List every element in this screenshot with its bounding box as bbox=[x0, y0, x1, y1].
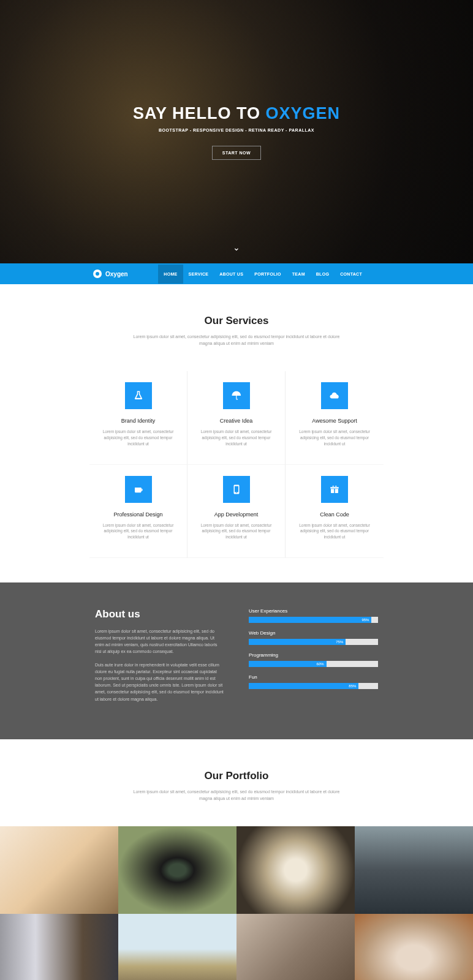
service-card: App Development Lorem ipsum dolor sit am… bbox=[187, 465, 286, 558]
about-title: About us bbox=[95, 608, 224, 620]
portfolio-item[interactable] bbox=[0, 914, 118, 980]
services-desc: Lorem ipsum dolor sit amet, consectetur … bbox=[129, 333, 344, 347]
portfolio-item[interactable] bbox=[0, 826, 118, 914]
skill-pct: 75% bbox=[336, 639, 343, 645]
service-card: Awesome Support Lorem ipsum dolor sit am… bbox=[286, 371, 384, 464]
about-skills-col: User Experiances 95% Web Design 75% Prog… bbox=[249, 608, 378, 709]
about-para: Lorem ipsum dolor sit amet, consectetur … bbox=[95, 628, 224, 655]
services-section: Our Services Lorem ipsum dolor sit amet,… bbox=[0, 284, 473, 582]
service-title: Creative Idea bbox=[220, 418, 253, 424]
service-desc: Lorem ipsum dolor sit amet, consectetur … bbox=[96, 522, 181, 540]
skill-row: Programming 60% bbox=[249, 652, 378, 667]
brand-logo[interactable]: Oxygen bbox=[93, 270, 128, 278]
service-desc: Lorem ipsum dolor sit amet, consectetur … bbox=[292, 522, 377, 540]
hero-title: SAY HELLO TO OXYGEN bbox=[133, 104, 340, 123]
nav-item-home[interactable]: HOME bbox=[158, 265, 183, 284]
service-title: Clean Code bbox=[320, 511, 349, 518]
nav-item-about[interactable]: ABOUT US bbox=[214, 265, 249, 284]
services-title: Our Services bbox=[13, 315, 460, 327]
flask-icon bbox=[125, 382, 152, 409]
hero-title-prefix: SAY HELLO TO bbox=[133, 104, 266, 123]
chevron-down-icon[interactable]: ⌄ bbox=[233, 243, 240, 252]
skill-bar: 85% bbox=[249, 683, 378, 689]
portfolio-section: Our Portfolio Lorem ipsum dolor sit amet… bbox=[0, 739, 473, 826]
skill-row: Web Design 75% bbox=[249, 630, 378, 645]
portfolio-item[interactable] bbox=[355, 826, 473, 914]
gift-icon bbox=[321, 476, 348, 503]
nav-item-blog[interactable]: BLOG bbox=[311, 265, 335, 284]
service-desc: Lorem ipsum dolor sit amet, consectetur … bbox=[292, 429, 377, 447]
skill-name: Fun bbox=[249, 674, 378, 680]
skill-bar: 75% bbox=[249, 639, 378, 645]
service-desc: Lorem ipsum dolor sit amet, consectetur … bbox=[194, 522, 279, 540]
mobile-icon bbox=[223, 476, 250, 503]
services-grid: Brand Identity Lorem ipsum dolor sit ame… bbox=[89, 371, 384, 558]
skill-pct: 60% bbox=[317, 661, 324, 667]
nav-item-contact[interactable]: CONTACT bbox=[335, 265, 368, 284]
nav-item-service[interactable]: SERVICE bbox=[183, 265, 214, 284]
logo-icon bbox=[93, 270, 102, 278]
skill-row: User Experiances 95% bbox=[249, 608, 378, 623]
about-section: About us Lorem ipsum dolor sit amet, con… bbox=[0, 582, 473, 739]
service-title: Awesome Support bbox=[312, 418, 357, 424]
portfolio-title: Our Portfolio bbox=[13, 770, 460, 782]
portfolio-item[interactable] bbox=[236, 914, 355, 980]
skill-name: User Experiances bbox=[249, 608, 378, 614]
portfolio-grid bbox=[0, 826, 473, 980]
portfolio-item[interactable] bbox=[118, 914, 236, 980]
skill-bar: 60% bbox=[249, 661, 378, 667]
skill-name: Web Design bbox=[249, 630, 378, 636]
main-nav: Oxygen HOME SERVICE ABOUT US PORTFOLIO T… bbox=[0, 263, 473, 284]
skill-name: Programming bbox=[249, 652, 378, 658]
hero-section: SAY HELLO TO OXYGEN BOOTSTRAP - RESPONSI… bbox=[0, 0, 473, 263]
skill-pct: 85% bbox=[349, 683, 356, 689]
service-title: App Development bbox=[214, 511, 259, 518]
cloud-icon bbox=[321, 382, 348, 409]
service-card: Professional Design Lorem ipsum dolor si… bbox=[89, 465, 187, 558]
skill-pct: 95% bbox=[361, 617, 369, 623]
service-title: Brand Identity bbox=[121, 418, 156, 424]
service-card: Creative Idea Lorem ipsum dolor sit amet… bbox=[187, 371, 286, 464]
nav-item-portfolio[interactable]: PORTFOLIO bbox=[249, 265, 287, 284]
skill-row: Fun 85% bbox=[249, 674, 378, 689]
about-text-col: About us Lorem ipsum dolor sit amet, con… bbox=[95, 608, 224, 709]
about-para: Duis aute irure dolor in reprehenderit i… bbox=[95, 662, 224, 703]
service-desc: Lorem ipsum dolor sit amet, consectetur … bbox=[96, 429, 181, 447]
portfolio-item[interactable] bbox=[236, 826, 355, 914]
nav-item-team[interactable]: TEAM bbox=[287, 265, 311, 284]
portfolio-desc: Lorem ipsum dolor sit amet, consectetur … bbox=[129, 788, 344, 802]
coffee-icon bbox=[125, 476, 152, 503]
brand-name: Oxygen bbox=[105, 271, 128, 277]
hero-subtitle: BOOTSTRAP - RESPONSIVE DESIGN - RETINA R… bbox=[159, 128, 314, 132]
service-title: Professional Design bbox=[113, 511, 162, 518]
umbrella-icon bbox=[223, 382, 250, 409]
service-desc: Lorem ipsum dolor sit amet, consectetur … bbox=[194, 429, 279, 447]
portfolio-item[interactable] bbox=[118, 826, 236, 914]
service-card: Clean Code Lorem ipsum dolor sit amet, c… bbox=[286, 465, 384, 558]
hero-title-accent: OXYGEN bbox=[266, 104, 341, 123]
start-now-button[interactable]: START NOW bbox=[212, 146, 261, 160]
portfolio-item[interactable] bbox=[355, 914, 473, 980]
service-card: Brand Identity Lorem ipsum dolor sit ame… bbox=[89, 371, 187, 464]
nav-items: HOME SERVICE ABOUT US PORTFOLIO TEAM BLO… bbox=[158, 265, 368, 284]
skill-bar: 95% bbox=[249, 617, 378, 623]
